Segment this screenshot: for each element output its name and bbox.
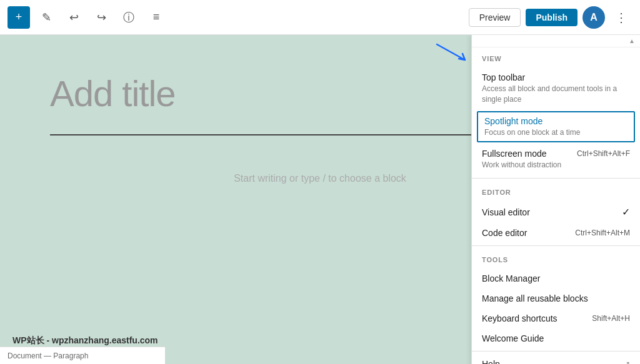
visual-editor-check: ✓ <box>622 206 630 218</box>
help-item[interactable]: Help ↗ <box>472 354 640 364</box>
keyboard-shortcuts-title: Keyboard shortcuts Shift+Alt+H <box>482 313 630 323</box>
spotlight-desc: Focus on one block at a time <box>484 127 628 138</box>
publish-button[interactable]: Publish <box>526 9 578 26</box>
list-view-button[interactable]: ≡ <box>145 6 168 29</box>
visual-editor-item[interactable]: Visual editor ✓ <box>472 201 640 223</box>
main-area: Add title Start writing or type / to cho… <box>0 35 640 364</box>
spotlight-mode-item[interactable]: Spotlight mode Focus on one block at a t… <box>477 111 635 143</box>
divider-2 <box>472 245 640 246</box>
reusable-blocks-title: Manage all reusable blocks <box>482 293 630 303</box>
block-manager-item[interactable]: Block Manager <box>472 268 640 288</box>
list-icon: ≡ <box>153 11 160 24</box>
block-manager-title: Block Manager <box>482 273 630 283</box>
code-editor-shortcut: Ctrl+Shift+Alt+M <box>575 229 630 237</box>
brush-icon: ✎ <box>42 11 51 24</box>
welcome-guide-item[interactable]: Welcome Guide <box>472 328 640 348</box>
preview-button[interactable]: Preview <box>469 8 521 27</box>
tools-section-label: TOOLS <box>472 248 640 268</box>
divider-3 <box>472 351 640 352</box>
top-toolbar-item[interactable]: Top toolbar Access all block and documen… <box>472 67 640 110</box>
more-icon: ⋮ <box>615 10 628 25</box>
top-toolbar-title: Top toolbar <box>482 72 630 82</box>
fullscreen-title: Fullscreen mode Ctrl+Shift+Alt+F <box>482 149 630 159</box>
reusable-blocks-item[interactable]: Manage all reusable blocks <box>472 288 640 308</box>
scroll-up-icon: ▲ <box>629 37 635 44</box>
redo-icon: ↪ <box>97 11 106 24</box>
view-section-label: VIEW <box>472 47 640 67</box>
redo-button[interactable]: ↪ <box>90 6 112 29</box>
help-external-icon: ↗ <box>624 360 630 364</box>
fullscreen-shortcut: Ctrl+Shift+Alt+F <box>577 149 630 158</box>
dropdown-menu: ▲ VIEW Top toolbar Access all block and … <box>471 35 640 364</box>
user-avatar[interactable]: A <box>582 6 605 29</box>
add-icon: + <box>16 11 22 24</box>
undo-button[interactable]: ↩ <box>62 6 85 29</box>
scroll-indicator: ▲ <box>472 35 640 47</box>
editor-section-label: EDITOR <box>472 181 640 201</box>
status-bar: Document — Paragraph <box>0 347 165 364</box>
code-editor-title: Code editor Ctrl+Shift+Alt+M <box>482 228 630 238</box>
welcome-guide-title: Welcome Guide <box>482 333 630 343</box>
divider-1 <box>472 178 640 179</box>
undo-icon: ↩ <box>69 11 79 24</box>
fullscreen-mode-item[interactable]: Fullscreen mode Ctrl+Shift+Alt+F Work wi… <box>472 144 640 175</box>
top-toolbar: + ✎ ↩ ↪ ⓘ ≡ Preview Publish A ⋮ <box>0 0 640 35</box>
top-toolbar-desc: Access all block and document tools in a… <box>482 84 630 105</box>
code-editor-item[interactable]: Code editor Ctrl+Shift+Alt+M <box>472 223 640 243</box>
fullscreen-desc: Work without distraction <box>482 160 630 170</box>
more-options-button[interactable]: ⋮ <box>610 6 632 29</box>
brush-button[interactable]: ✎ <box>35 6 58 29</box>
add-block-button[interactable]: + <box>8 6 30 29</box>
info-icon: ⓘ <box>123 10 134 25</box>
keyboard-shortcuts-item[interactable]: Keyboard shortcuts Shift+Alt+H <box>472 308 640 328</box>
info-button[interactable]: ⓘ <box>118 6 140 29</box>
visual-editor-title: Visual editor ✓ <box>482 206 630 218</box>
watermark: WP站长 - wpzhanzhang.eastfu.com <box>12 335 158 347</box>
status-text: Document — Paragraph <box>8 352 88 360</box>
help-title: Help ↗ <box>482 359 630 364</box>
keyboard-shortcuts-shortcut: Shift+Alt+H <box>592 314 630 323</box>
spotlight-title: Spotlight mode <box>484 116 628 126</box>
